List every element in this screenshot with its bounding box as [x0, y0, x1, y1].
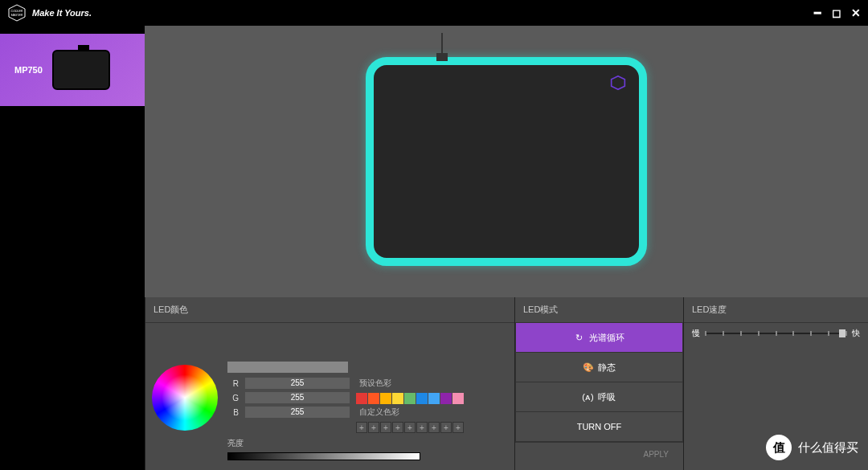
- mode-label: 静态: [598, 362, 616, 374]
- speed-fast-label: 快: [852, 328, 860, 339]
- led-color-panel: LED颜色 R 255 预设色彩 G 255: [145, 297, 514, 470]
- swatch[interactable]: [428, 393, 440, 404]
- mode-label: TURN OFF: [577, 422, 622, 431]
- custom-label: 自定义色彩: [359, 407, 399, 418]
- g-input[interactable]: 255: [245, 392, 350, 403]
- svg-text:MASTER: MASTER: [11, 14, 23, 17]
- led-mode-title: LED模式: [515, 297, 683, 323]
- custom-slot[interactable]: +: [356, 422, 367, 433]
- slogan-text: Make It Yours.: [32, 8, 92, 18]
- preset-swatches: [356, 393, 464, 404]
- mode-label: 呼吸: [598, 391, 616, 403]
- color-wheel[interactable]: [152, 365, 218, 431]
- mousepad-preview: [366, 57, 647, 266]
- mode-turn-off[interactable]: TURN OFF: [515, 411, 683, 442]
- swatch[interactable]: [416, 393, 428, 404]
- r-label: R: [227, 379, 239, 388]
- cable-graphic: [422, 37, 462, 61]
- pad-logo-icon: [610, 75, 626, 91]
- svg-marker-0: [9, 5, 25, 21]
- brightness-label: 亮度: [227, 438, 508, 449]
- watermark-text: 什么值得买: [798, 440, 858, 456]
- watermark: 值 什么值得买: [766, 435, 858, 460]
- maximize-button[interactable]: ◻: [831, 7, 842, 18]
- title-bar: COOLERMASTER Make It Yours. ━ ◻ ✕: [0, 0, 868, 26]
- device-thumb-image: [52, 50, 110, 90]
- speed-slider[interactable]: [705, 333, 847, 334]
- b-label: B: [227, 408, 239, 417]
- color-preview-bar: [227, 362, 348, 373]
- r-input[interactable]: 255: [245, 378, 350, 389]
- minimize-button[interactable]: ━: [812, 7, 823, 18]
- mode-spectrum[interactable]: ↻ 光谱循环: [515, 322, 683, 353]
- custom-slot[interactable]: +: [416, 422, 428, 433]
- svg-text:COOLER: COOLER: [11, 10, 23, 13]
- mode-breathing[interactable]: (ᴀ) 呼吸: [515, 382, 683, 412]
- palette-icon: 🎨: [583, 362, 593, 372]
- preset-label: 预设色彩: [359, 378, 391, 389]
- swatch[interactable]: [404, 393, 416, 404]
- b-input[interactable]: 255: [245, 407, 350, 418]
- custom-slot[interactable]: +: [368, 422, 379, 433]
- watermark-badge: 值: [766, 435, 792, 460]
- custom-slot[interactable]: +: [380, 422, 391, 433]
- custom-slot[interactable]: +: [440, 422, 452, 433]
- swatch[interactable]: [452, 393, 464, 404]
- swatch[interactable]: [392, 393, 403, 404]
- preview-area: [145, 26, 868, 297]
- custom-slot[interactable]: +: [404, 422, 416, 433]
- swatch[interactable]: [368, 393, 379, 404]
- mode-static[interactable]: 🎨 静态: [515, 352, 683, 382]
- close-button[interactable]: ✕: [850, 7, 862, 18]
- breathing-icon: (ᴀ): [583, 392, 593, 402]
- speed-slow-label: 慢: [692, 328, 700, 339]
- mode-label: 光谱循环: [589, 332, 624, 344]
- apply-button[interactable]: APPLY: [515, 442, 683, 466]
- led-speed-title: LED速度: [684, 297, 868, 323]
- led-mode-panel: LED模式 ↻ 光谱循环 🎨 静态 (ᴀ) 呼吸 TURN OFF APPLY: [514, 297, 683, 470]
- custom-slot[interactable]: +: [428, 422, 440, 433]
- device-thumbnail[interactable]: MP750: [0, 34, 145, 106]
- cycle-icon: ↻: [575, 333, 584, 342]
- device-name: MP750: [14, 65, 43, 75]
- led-color-title: LED颜色: [145, 297, 514, 323]
- custom-swatches: + + + + + + + + +: [356, 422, 464, 433]
- swatch[interactable]: [440, 393, 452, 404]
- svg-marker-3: [612, 76, 625, 90]
- swatch[interactable]: [380, 393, 391, 404]
- swatch[interactable]: [356, 393, 367, 404]
- brightness-slider[interactable]: [227, 452, 420, 460]
- brand-logo: COOLERMASTER: [6, 2, 27, 23]
- g-label: G: [227, 394, 239, 403]
- custom-slot[interactable]: +: [452, 422, 464, 433]
- speed-knob[interactable]: [839, 329, 845, 337]
- sidebar: [0, 106, 145, 470]
- custom-slot[interactable]: +: [392, 422, 403, 433]
